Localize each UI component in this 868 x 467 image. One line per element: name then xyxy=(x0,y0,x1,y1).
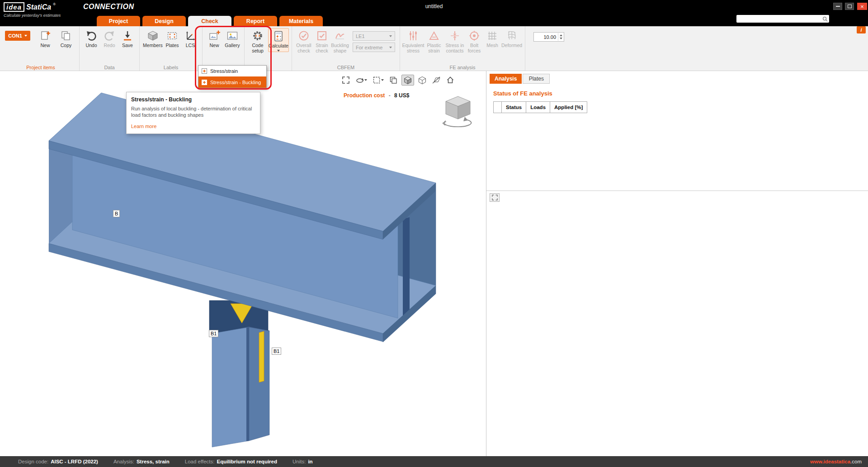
equivalent-stress-button[interactable]: Equivalent stress xyxy=(403,28,424,54)
save-button[interactable]: Save xyxy=(118,28,137,48)
plates-label: Plates xyxy=(165,43,179,48)
tab-check[interactable]: Check xyxy=(188,16,231,26)
home-view-button[interactable] xyxy=(444,75,456,86)
undo-button[interactable]: Undo xyxy=(82,28,100,48)
tab-project[interactable]: Project xyxy=(97,16,140,26)
orbit-button[interactable] xyxy=(354,75,368,86)
menu-item-stress-strain[interactable]: Stress/strain xyxy=(198,66,266,76)
new-screenshot-button[interactable]: New xyxy=(205,28,223,48)
deformation-scale-spinner[interactable]: 10.00 xyxy=(533,32,564,42)
members-toggle-button[interactable]: Members xyxy=(142,28,163,48)
buckling-shape-button[interactable]: Buckling shape xyxy=(331,28,349,54)
save-icon xyxy=(121,29,134,42)
gallery-button[interactable]: Gallery xyxy=(223,28,241,48)
website-link[interactable]: www.ideastatica.com xyxy=(810,459,862,464)
overall-check-label: Overall check xyxy=(295,43,313,54)
strain-check-button[interactable]: Strain check xyxy=(313,28,331,54)
design-code-value: AISC - LRFD (2022) xyxy=(51,459,98,464)
load-case-select[interactable]: LE1 xyxy=(353,31,395,41)
redo-icon xyxy=(103,29,116,42)
website-main: www.ideastatica xyxy=(810,459,850,464)
extreme-select[interactable]: For extreme xyxy=(353,43,395,52)
plastic-strain-button[interactable]: Plastic strain xyxy=(424,28,444,54)
calculate-dropdown-chevron-icon[interactable] xyxy=(277,50,280,52)
tab-plates[interactable]: Plates xyxy=(523,74,550,84)
redo-button[interactable]: Redo xyxy=(100,28,118,48)
lcs-label: LCS xyxy=(186,43,195,48)
calculate-button[interactable]: Calculate xyxy=(268,28,289,52)
group-calculate: Code setup Calculate xyxy=(245,26,292,71)
fit-view-button[interactable] xyxy=(340,75,352,86)
buckling-tooltip: Stress/strain - Buckling Run analysis of… xyxy=(126,92,260,134)
expand-icon xyxy=(492,195,498,200)
search-icon[interactable] xyxy=(822,16,828,22)
solid-cube-icon xyxy=(403,76,412,85)
tab-analysis[interactable]: Analysis xyxy=(490,74,522,84)
navigation-cube[interactable] xyxy=(439,95,476,129)
member-label-column-2[interactable]: B1 xyxy=(272,348,281,355)
spin-up-icon[interactable] xyxy=(560,34,562,36)
transparent-view-button[interactable] xyxy=(416,75,428,86)
fe-status-col-status: Status xyxy=(502,102,526,113)
deformed-grid-icon xyxy=(505,29,518,42)
load-case-value: LE1 xyxy=(356,33,365,39)
logo-idea-mark: idea xyxy=(4,2,24,12)
selection-mode-button[interactable] xyxy=(371,75,385,86)
mesh-button[interactable]: Mesh xyxy=(483,28,501,48)
code-setup-button[interactable]: Code setup xyxy=(247,28,268,54)
tab-design[interactable]: Design xyxy=(142,16,186,26)
member-label-beam[interactable]: B xyxy=(113,210,120,217)
tab-report[interactable]: Report xyxy=(234,16,277,26)
results-panel xyxy=(486,191,868,456)
overall-check-button[interactable]: Overall check xyxy=(295,28,313,54)
expand-panel-button[interactable] xyxy=(490,193,500,202)
copy-label: Copy xyxy=(61,43,72,48)
analysis-panel: Analysis Plates Status of FE analysis St… xyxy=(486,71,868,191)
beam-stiffener-plate xyxy=(403,217,410,318)
members-label: Members xyxy=(143,43,163,48)
maximize-button[interactable] xyxy=(845,3,854,10)
deformed-button[interactable]: Deformed xyxy=(501,28,522,48)
production-cost-label: Production cost xyxy=(344,92,385,99)
menu-item-stress-strain-buckling[interactable]: Stress/strain - Buckling xyxy=(198,76,266,88)
bolt-forces-button[interactable]: Bolt forces xyxy=(465,28,483,54)
stress-in-contacts-button[interactable]: Stress in contacts xyxy=(444,28,465,54)
calculate-dropdown-menu: Stress/strain Stress/strain - Buckling xyxy=(198,65,267,88)
chevron-down-icon xyxy=(381,79,384,81)
plates-toggle-button[interactable]: Plates xyxy=(163,28,181,48)
connection-selector[interactable]: CON1 xyxy=(5,31,30,41)
minimize-button[interactable] xyxy=(833,3,842,10)
section-plane-icon xyxy=(432,76,441,85)
spin-down-icon[interactable] xyxy=(560,38,562,39)
minimize-icon xyxy=(836,6,840,7)
right-panel-tabs: Analysis Plates xyxy=(486,71,868,84)
select-rect-icon xyxy=(372,76,381,85)
production-cost: Production cost - 8 US$ xyxy=(344,92,409,99)
connection-selector-label: CON1 xyxy=(8,33,22,38)
search-input[interactable] xyxy=(736,15,822,23)
member-label-column-1[interactable]: B1 xyxy=(209,330,218,337)
new-document-icon xyxy=(39,29,52,42)
lcs-toggle-button[interactable]: LCS xyxy=(181,28,199,48)
ribbon-tabstrip: Project Design Check Report Materials xyxy=(97,16,323,26)
tab-materials[interactable]: Materials xyxy=(279,16,323,26)
group-labels: Members Plates LCS Labels xyxy=(140,26,203,71)
learn-more-link[interactable]: Learn more xyxy=(131,124,156,129)
close-button[interactable]: × xyxy=(857,3,867,10)
statusbar-design-code: Design code: AISC - LRFD (2022) xyxy=(18,459,98,464)
registered-mark: ® xyxy=(53,2,56,6)
solid-view-button[interactable] xyxy=(401,75,414,86)
app-window: idea StatiCa ® Calculate yesterday's est… xyxy=(0,0,868,467)
brand-tagline: Calculate yesterday's estimates xyxy=(4,13,61,18)
new-project-button[interactable]: New xyxy=(35,28,56,48)
statusbar-analysis: Analysis: Stress, strain xyxy=(113,459,170,464)
section-view-button[interactable] xyxy=(430,75,442,86)
plastic-strain-label: Plastic strain xyxy=(424,43,444,54)
chevron-down-icon xyxy=(389,47,392,48)
scale-value: 10.00 xyxy=(543,34,556,40)
info-button[interactable]: i xyxy=(857,26,866,33)
menu-item-stress-strain-buckling-label: Stress/strain - Buckling xyxy=(210,80,261,85)
load-effects-label: Load effects: xyxy=(185,459,215,464)
capture-view-button[interactable] xyxy=(387,75,399,86)
copy-button[interactable]: Copy xyxy=(56,28,76,48)
